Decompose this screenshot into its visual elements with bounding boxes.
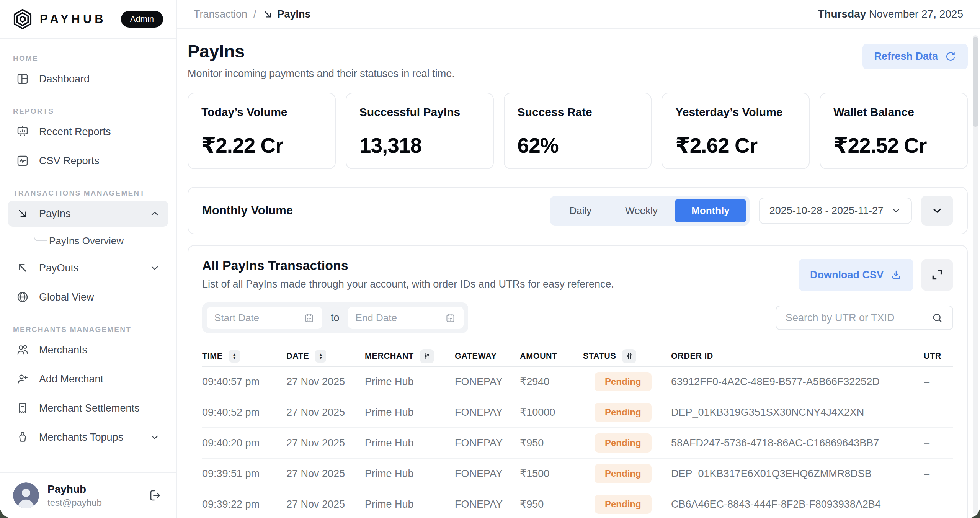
section-label-merchants: MERCHANTS MANAGEMENT <box>13 325 163 334</box>
arrow-down-right-icon <box>16 207 29 220</box>
cell-gateway: FONEPAY <box>455 407 520 418</box>
globe-icon <box>16 291 29 304</box>
page-title: PayIns <box>188 41 455 62</box>
sidebar-item-label: PayOuts <box>39 262 79 274</box>
sidebar-item-recent-reports[interactable]: Recent Reports <box>8 119 168 145</box>
sidebar-nav: HOME Dashboard REPORTS Recent Reports <box>0 39 176 472</box>
cell-order-id: 63912FF0-4A2C-48E9-B577-A5B66F32252D <box>671 376 924 388</box>
cell-time: 09:40:20 pm <box>202 437 286 449</box>
section-label-transactions: TRANSACTIONS MANAGEMENT <box>13 189 163 198</box>
cell-amount: ₹950 <box>520 437 583 449</box>
cell-time: 09:39:22 pm <box>202 498 286 510</box>
sidebar-item-label: PayIns Overview <box>49 235 124 247</box>
breadcrumb-separator: / <box>253 8 256 20</box>
period-tabs: DailyWeeklyMonthly <box>550 196 750 226</box>
sidebar-item-label: Global View <box>39 291 94 303</box>
status-cell: Pending <box>583 372 671 391</box>
search-field[interactable] <box>776 306 953 330</box>
user-plus-icon <box>16 373 29 386</box>
cell-amount: ₹950 <box>520 498 583 510</box>
table-row[interactable]: 09:39:51 pm27 Nov 2025Prime HubFONEPAY₹1… <box>202 459 953 489</box>
sidebar-item-global-view[interactable]: Global View <box>8 284 168 310</box>
cell-utr: – <box>924 468 953 480</box>
start-date-input[interactable] <box>214 312 291 324</box>
filter-button[interactable] <box>622 349 636 363</box>
cell-utr: – <box>924 498 953 510</box>
end-date-input[interactable] <box>356 312 432 324</box>
receipt-icon <box>16 402 29 415</box>
sidebar-item-label: Add Merchant <box>39 373 103 385</box>
search-input[interactable] <box>786 312 931 324</box>
sidebar-item-payins[interactable]: PayIns <box>8 201 168 227</box>
tab-weekly[interactable]: Weekly <box>608 199 675 222</box>
section-label-reports: REPORTS <box>13 107 163 116</box>
sidebar-item-label: Merchant Settlements <box>39 402 140 414</box>
sliders-icon <box>625 352 634 360</box>
table-header-row: TIME▲▼DATE▲▼MERCHANTGATEWAYAMOUNTSTATUSO… <box>202 346 953 367</box>
table-row[interactable]: 09:39:22 pm27 Nov 2025Prime HubFONEPAY₹9… <box>202 489 953 518</box>
stat-card-value: ₹2.22 Cr <box>201 133 322 158</box>
cell-order-id: CB6A46EC-8843-444F-8F2B-F8093938A2B4 <box>671 498 924 510</box>
cell-date: 27 Nov 2025 <box>286 376 365 388</box>
chevron-down-icon <box>149 263 160 273</box>
sidebar-item-csv-reports[interactable]: CSV Reports <box>8 148 168 174</box>
sidebar-item-dashboard[interactable]: Dashboard <box>8 66 168 92</box>
column-header-amount: AMOUNT <box>520 351 583 361</box>
sidebar-item-label: Recent Reports <box>39 126 111 138</box>
sidebar-user[interactable]: Payhub test@payhub <box>0 472 176 518</box>
logout-icon[interactable] <box>149 489 162 502</box>
status-badge: Pending <box>595 372 652 391</box>
column-header-time: TIME▲▼ <box>202 350 286 363</box>
sidebar-header: PAYHUB Admin <box>0 0 176 39</box>
cell-amount: ₹1500 <box>520 467 583 480</box>
sidebar-item-add-merchant[interactable]: Add Merchant <box>8 366 168 392</box>
calendar-icon <box>445 312 456 324</box>
stats-row: Today’s Volume ₹2.22 Cr Successful PayIn… <box>188 93 968 169</box>
page-content: PayIns Monitor incoming payments and the… <box>177 29 980 518</box>
tab-monthly[interactable]: Monthly <box>675 199 746 222</box>
scrollbar-thumb[interactable] <box>973 37 978 127</box>
volume-panel-title: Monthly Volume <box>202 204 293 217</box>
table-filters: to <box>202 302 953 333</box>
cell-merchant: Prime Hub <box>365 407 455 418</box>
stat-card: Successful PayIns 13,318 <box>346 93 494 169</box>
table-row[interactable]: 09:40:52 pm27 Nov 2025Prime HubFONEPAY₹1… <box>202 397 953 428</box>
status-badge: Pending <box>595 464 652 483</box>
collapse-chart-button[interactable] <box>921 196 953 226</box>
status-cell: Pending <box>583 464 671 483</box>
status-badge: Pending <box>595 403 652 422</box>
breadcrumb-root[interactable]: Transaction <box>194 8 247 20</box>
cell-order-id: 58AFD247-5736-4718-86AC-C16869643BB7 <box>671 437 924 449</box>
arrow-up-left-icon <box>16 261 29 275</box>
sort-button[interactable]: ▲▼ <box>315 350 326 363</box>
column-header-date: DATE▲▼ <box>286 350 365 363</box>
table-row[interactable]: 09:40:20 pm27 Nov 2025Prime HubFONEPAY₹9… <box>202 428 953 459</box>
refresh-data-button[interactable]: Refresh Data <box>862 44 968 69</box>
status-cell: Pending <box>583 433 671 453</box>
cell-merchant: Prime Hub <box>365 437 455 449</box>
app-window: PAYHUB Admin HOME Dashboard REPORTS Rece… <box>0 0 980 518</box>
filter-button[interactable] <box>420 349 434 363</box>
page-header: PayIns Monitor incoming payments and the… <box>188 41 968 80</box>
start-date-field[interactable] <box>207 307 322 329</box>
sidebar-item-payouts[interactable]: PayOuts <box>8 255 168 281</box>
sidebar-item-label: Merchants Topups <box>39 431 123 443</box>
sidebar-item-merchant-settlements[interactable]: Merchant Settlements <box>8 395 168 421</box>
tab-daily[interactable]: Daily <box>553 199 609 222</box>
expand-table-button[interactable] <box>921 259 953 291</box>
sidebar-item-label: CSV Reports <box>39 155 100 167</box>
cell-merchant: Prime Hub <box>365 468 455 480</box>
to-label: to <box>331 312 340 324</box>
column-header-merchant: MERCHANT <box>365 349 455 363</box>
volume-panel: Monthly Volume DailyWeeklyMonthly 2025-1… <box>188 187 968 234</box>
scrollbar[interactable] <box>973 35 978 514</box>
table-row[interactable]: 09:40:57 pm27 Nov 2025Prime HubFONEPAY₹2… <box>202 367 953 397</box>
column-header-utr: UTR <box>924 351 953 361</box>
download-csv-button[interactable]: Download CSV <box>799 259 913 291</box>
sidebar-item-merchants-topups[interactable]: Merchants Topups <box>8 424 168 450</box>
sort-button[interactable]: ▲▼ <box>229 350 240 363</box>
sidebar-item-merchants[interactable]: Merchants <box>8 337 168 363</box>
sidebar-item-payins-overview[interactable]: PayIns Overview <box>17 230 168 252</box>
end-date-field[interactable] <box>348 307 464 329</box>
date-range-select[interactable]: 2025-10-28 - 2025-11-27 <box>759 198 912 224</box>
